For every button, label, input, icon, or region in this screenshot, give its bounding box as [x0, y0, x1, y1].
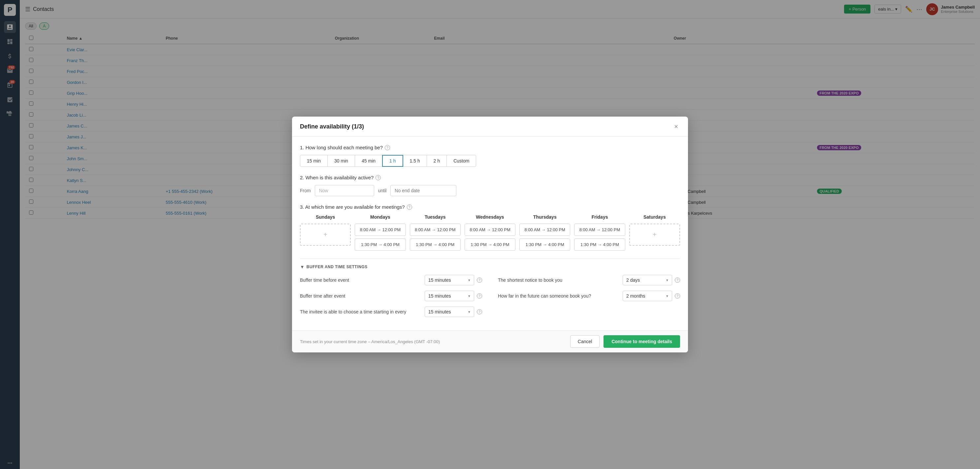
section2-help-icon[interactable]: ?	[375, 175, 381, 180]
time-slot[interactable]: 8:00 AM → 12:00 PM	[574, 223, 625, 236]
buffer-left-col: Buffer time before event 5 minutes10 min…	[300, 275, 482, 317]
day-col-tuesdays: Tuesdays8:00 AM → 12:00 PM1:30 PM → 4:00…	[410, 214, 461, 251]
day-header-mondays: Mondays	[370, 214, 390, 221]
duration-btn-45min[interactable]: 45 min	[355, 155, 382, 167]
time-slot[interactable]: 1:30 PM → 4:00 PM	[410, 238, 461, 251]
buffer-header[interactable]: ▼ BUFFER AND TIME SETTINGS	[300, 264, 680, 270]
invitee-select[interactable]: 5 minutes10 minutes15 minutes30 minutes4…	[425, 306, 474, 317]
invitee-help-icon[interactable]: ?	[477, 309, 482, 314]
time-slot[interactable]: 1:30 PM → 4:00 PM	[465, 238, 515, 251]
modal-header: Define availability (1/3) ×	[292, 116, 688, 137]
day-col-sundays: Sundays+	[300, 214, 351, 251]
duration-group: 15 min30 min45 min1 h1.5 h2 hCustom	[300, 155, 680, 167]
buffer-before-help-icon[interactable]: ?	[477, 278, 482, 283]
duration-btn-15min[interactable]: 15 min	[300, 155, 328, 167]
invitee-wrap: 5 minutes10 minutes15 minutes30 minutes4…	[425, 306, 482, 317]
invitee-select-wrap: 5 minutes10 minutes15 minutes30 minutes4…	[425, 306, 474, 317]
day-col-mondays: Mondays8:00 AM → 12:00 PM1:30 PM → 4:00 …	[355, 214, 406, 251]
continue-button[interactable]: Continue to meeting details	[603, 335, 680, 348]
buffer-after-label: Buffer time after event	[300, 293, 421, 298]
shortest-notice-help-icon[interactable]: ?	[675, 278, 680, 283]
days-grid: Sundays+Mondays8:00 AM → 12:00 PM1:30 PM…	[300, 214, 680, 251]
section3-help-icon[interactable]: ?	[407, 204, 412, 210]
time-slot[interactable]: 8:00 AM → 12:00 PM	[355, 223, 406, 236]
buffer-before-select[interactable]: 5 minutes10 minutes15 minutes30 minutes4…	[425, 275, 474, 286]
section2-label: 2. When is this availability active? ?	[300, 175, 680, 180]
day-header-wednesdays: Wednesdays	[476, 214, 504, 221]
shortest-notice-row: The shortest notice to book you 1 day2 d…	[498, 275, 680, 286]
section1-text: 1. How long should each meeting be?	[300, 145, 383, 150]
day-col-thursdays: Thursdays8:00 AM → 12:00 PM1:30 PM → 4:0…	[519, 214, 570, 251]
add-slot-saturdays[interactable]: +	[629, 223, 680, 246]
duration-btn-30min[interactable]: 30 min	[327, 155, 355, 167]
future-help-icon[interactable]: ?	[675, 293, 680, 298]
section3-label: 3. At which time are you available for m…	[300, 204, 680, 210]
buffer-section-title: BUFFER AND TIME SETTINGS	[307, 265, 368, 269]
buffer-after-row: Buffer time after event 5 minutes10 minu…	[300, 290, 482, 301]
section3-text: 3. At which time are you available for m…	[300, 204, 405, 210]
future-select-wrap: 1 month2 months3 months6 months	[623, 290, 672, 301]
time-slot[interactable]: 8:00 AM → 12:00 PM	[465, 223, 515, 236]
shortest-notice-select[interactable]: 1 day2 days3 days4 days5 days	[623, 275, 672, 286]
buffer-after-help-icon[interactable]: ?	[477, 293, 482, 298]
time-slot[interactable]: 8:00 AM → 12:00 PM	[519, 223, 570, 236]
availability-row: From until	[300, 185, 680, 196]
cancel-button[interactable]: Cancel	[570, 335, 600, 348]
day-header-sundays: Sundays	[316, 214, 335, 221]
footer-buttons: Cancel Continue to meeting details	[570, 335, 680, 348]
define-availability-modal: Define availability (1/3) × 1. How long …	[292, 116, 688, 353]
buffer-after-select[interactable]: 5 minutes10 minutes15 minutes30 minutes4…	[425, 290, 474, 301]
future-wrap: 1 month2 months3 months6 months ?	[623, 290, 680, 301]
modal-close-button[interactable]: ×	[672, 123, 680, 131]
modal-overlay: Define availability (1/3) × 1. How long …	[0, 0, 980, 469]
buffer-section: ▼ BUFFER AND TIME SETTINGS Buffer time b…	[300, 258, 680, 317]
modal-footer: Times set in your current time zone – Am…	[292, 330, 688, 353]
invitee-row: The invitee is able to choose a time sta…	[300, 306, 482, 317]
shortest-notice-label: The shortest notice to book you	[498, 278, 619, 283]
until-label: until	[378, 188, 387, 193]
time-slot[interactable]: 1:30 PM → 4:00 PM	[519, 238, 570, 251]
duration-btn-1.5h[interactable]: 1.5 h	[403, 155, 427, 167]
buffer-right-col: The shortest notice to book you 1 day2 d…	[498, 275, 680, 317]
future-select[interactable]: 1 month2 months3 months6 months	[623, 290, 672, 301]
end-date-input[interactable]	[390, 185, 457, 196]
day-header-thursdays: Thursdays	[533, 214, 557, 221]
modal-title: Define availability (1/3)	[300, 123, 364, 130]
buffer-before-label: Buffer time before event	[300, 278, 421, 283]
buffer-chevron-icon: ▼	[300, 264, 305, 270]
shortest-notice-wrap: 1 day2 days3 days4 days5 days ?	[623, 275, 680, 286]
future-label: How far in the future can someone book y…	[498, 293, 619, 298]
buffer-after-wrap: 5 minutes10 minutes15 minutes30 minutes4…	[425, 290, 482, 301]
from-input[interactable]	[315, 185, 374, 196]
time-slot[interactable]: 8:00 AM → 12:00 PM	[410, 223, 461, 236]
modal-body: 1. How long should each meeting be? ? 15…	[292, 137, 688, 330]
time-slot[interactable]: 1:30 PM → 4:00 PM	[355, 238, 406, 251]
invitee-label: The invitee is able to choose a time sta…	[300, 309, 421, 314]
shortest-notice-select-wrap: 1 day2 days3 days4 days5 days	[623, 275, 672, 286]
day-col-wednesdays: Wednesdays8:00 AM → 12:00 PM1:30 PM → 4:…	[465, 214, 515, 251]
buffer-before-select-wrap: 5 minutes10 minutes15 minutes30 minutes4…	[425, 275, 474, 286]
section1-label: 1. How long should each meeting be? ?	[300, 145, 680, 150]
duration-btn-custom[interactable]: Custom	[447, 155, 476, 167]
buffer-before-row: Buffer time before event 5 minutes10 min…	[300, 275, 482, 286]
time-slot[interactable]: 1:30 PM → 4:00 PM	[574, 238, 625, 251]
duration-btn-1h[interactable]: 1 h	[382, 155, 403, 167]
from-label: From	[300, 188, 311, 193]
timezone-text: Times set in your current time zone – Am…	[300, 339, 440, 344]
day-col-saturdays: Saturdays+	[629, 214, 680, 251]
buffer-before-wrap: 5 minutes10 minutes15 minutes30 minutes4…	[425, 275, 482, 286]
section1-help-icon[interactable]: ?	[385, 145, 390, 150]
section2-text: 2. When is this availability active?	[300, 175, 374, 180]
buffer-grid: Buffer time before event 5 minutes10 min…	[300, 275, 680, 317]
duration-btn-2h[interactable]: 2 h	[426, 155, 447, 167]
day-header-saturdays: Saturdays	[643, 214, 666, 221]
day-header-tuesdays: Tuesdays	[425, 214, 446, 221]
day-header-fridays: Fridays	[592, 214, 608, 221]
add-slot-sundays[interactable]: +	[300, 223, 351, 246]
future-row: How far in the future can someone book y…	[498, 290, 680, 301]
buffer-after-select-wrap: 5 minutes10 minutes15 minutes30 minutes4…	[425, 290, 474, 301]
day-col-fridays: Fridays8:00 AM → 12:00 PM1:30 PM → 4:00 …	[574, 214, 625, 251]
